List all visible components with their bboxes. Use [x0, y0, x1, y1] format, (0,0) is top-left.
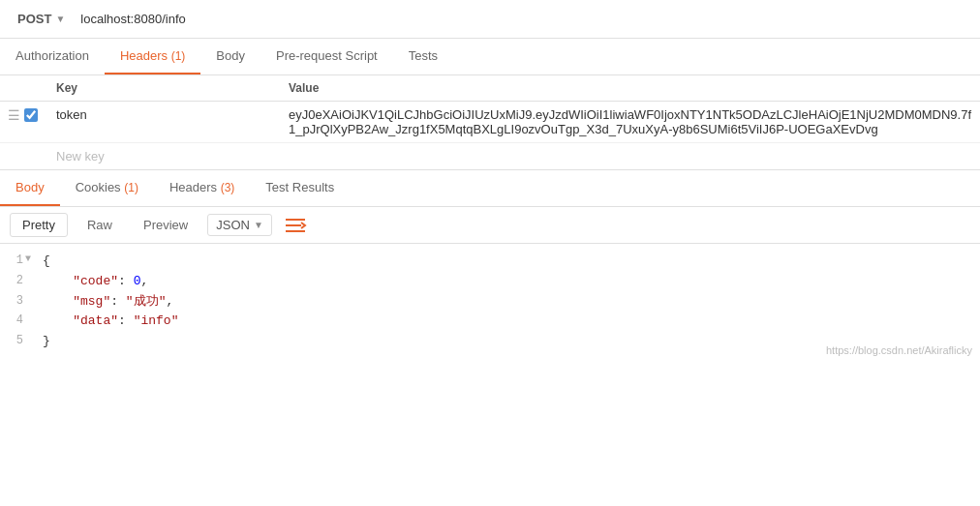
header-row: ☰ token eyJ0eXAiOiJKV1QiLCJhbGciOiJIUzUx… [0, 102, 980, 143]
view-raw-button[interactable]: Raw [76, 214, 124, 236]
code-area: 1 ▼ { 2 "code": 0, 3 "msg": "成功", 4 "dat… [0, 244, 980, 360]
col-key: Key [48, 75, 281, 102]
header-key[interactable]: token [48, 102, 281, 143]
wrap-icon[interactable] [284, 216, 307, 235]
watermark: https://blog.csdn.net/Akiraflicky [826, 344, 972, 356]
resp-tab-testresults[interactable]: Test Results [250, 170, 350, 206]
code-line-3: 3 "msg": "成功", [0, 292, 980, 313]
body-toolbar: Pretty Raw Preview JSON ▼ [0, 207, 980, 244]
view-pretty-button[interactable]: Pretty [10, 213, 68, 237]
row-controls: ☰ [8, 107, 41, 123]
header-value[interactable]: eyJ0eXAiOiJKV1QiLCJhbGciOiJIUzUxMiJ9.eyJ… [281, 102, 980, 143]
tab-tests[interactable]: Tests [393, 39, 453, 74]
new-key-cell[interactable]: New key [48, 143, 281, 170]
drag-icon[interactable]: ☰ [8, 107, 20, 123]
method-button[interactable]: POST ▼ [12, 8, 71, 30]
new-value-cell[interactable] [281, 143, 980, 170]
col-controls [0, 75, 48, 102]
code-line-2: 2 "code": 0, [0, 272, 980, 292]
headers-table: Key Value ☰ token eyJ0eXAiOiJKV1QiLCJhbG… [0, 75, 980, 169]
url-input[interactable] [80, 12, 968, 26]
headers-section: Key Value ☰ token eyJ0eXAiOiJKV1QiLCJhbG… [0, 75, 980, 170]
fold-button-1[interactable]: ▼ [25, 252, 31, 267]
col-value: Value [281, 75, 980, 102]
tab-body[interactable]: Body [200, 39, 260, 74]
code-line-4: 4 "data": "info" [0, 312, 980, 332]
view-preview-button[interactable]: Preview [132, 214, 199, 236]
tab-headers[interactable]: Headers (1) [105, 39, 200, 74]
response-tabs: Body Cookies (1) Headers (3) Test Result… [0, 170, 980, 207]
new-key-row: New key [0, 143, 980, 170]
resp-tab-body[interactable]: Body [0, 170, 60, 206]
method-chevron: ▼ [55, 14, 65, 24]
format-chevron: ▼ [254, 220, 263, 230]
request-tabs: Authorization Headers (1) Body Pre-reque… [0, 39, 980, 75]
format-select[interactable]: JSON ▼ [207, 214, 272, 236]
format-label: JSON [216, 218, 250, 232]
code-line-1: 1 ▼ { [0, 252, 980, 272]
tab-prerequest[interactable]: Pre-request Script [260, 39, 393, 74]
tab-authorization[interactable]: Authorization [0, 39, 105, 74]
row-checkbox[interactable] [24, 108, 38, 122]
url-bar: POST ▼ [0, 0, 980, 39]
resp-tab-headers[interactable]: Headers (3) [154, 170, 250, 206]
resp-tab-cookies[interactable]: Cookies (1) [60, 170, 154, 206]
method-label: POST [17, 12, 51, 26]
